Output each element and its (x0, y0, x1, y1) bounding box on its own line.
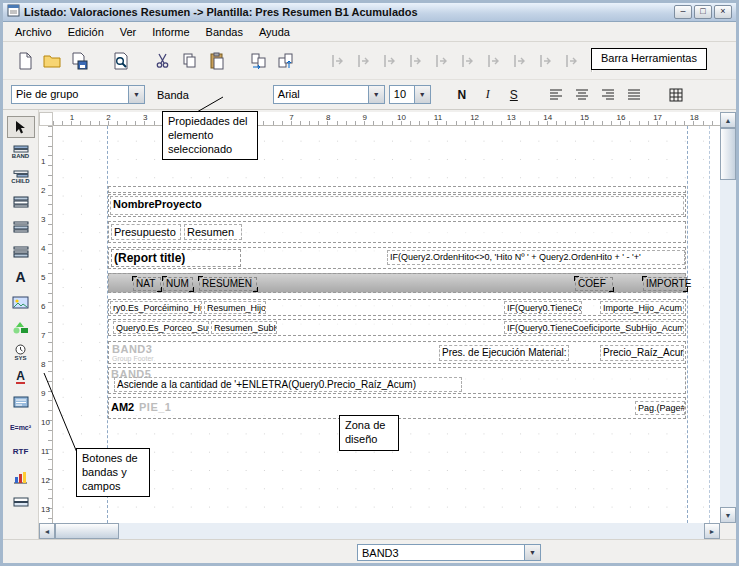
menu-ayuda[interactable]: Ayuda (251, 24, 298, 40)
current-band-combo[interactable]: BAND3 ▼ (357, 544, 541, 561)
minimize-button[interactable]: – (674, 5, 692, 19)
grid-icon[interactable] (665, 85, 687, 105)
menu-edicion[interactable]: Edición (60, 24, 112, 40)
detail-band-tool[interactable] (7, 216, 35, 238)
horizontal-scroll-thumb[interactable] (55, 523, 119, 539)
band-empty-strip[interactable] (108, 186, 686, 193)
title-bar[interactable]: Listado: Valoraciones Resumen -> Plantil… (3, 3, 736, 22)
chevron-down-icon[interactable]: ▼ (128, 86, 144, 103)
maximize-button[interactable]: □ (694, 5, 712, 19)
expression-tool-label: E=mc² (10, 424, 31, 431)
scroll-down-icon[interactable]: ▼ (720, 507, 736, 523)
paste-band-icon[interactable] (274, 49, 298, 73)
scroll-up-icon[interactable]: ▲ (720, 112, 736, 128)
field-report-title[interactable]: (Report title) (111, 249, 241, 267)
band-detail-hijo[interactable]: ry0.Es_Porcéimino_Hijo Resumen_Hijo IF(Q… (108, 299, 686, 316)
chevron-down-icon[interactable]: ▼ (368, 86, 384, 103)
chevron-down-icon[interactable]: ▼ (524, 545, 540, 560)
design-canvas[interactable]: NombreProyecto Presupuesto Resumen (Repo… (53, 126, 720, 523)
scroll-left-icon[interactable]: ◄ (39, 523, 55, 539)
field-es-porcentaje-subhijo[interactable]: Query0.Es_Porceo_SubHijo (113, 321, 209, 334)
band-detail-subhijo[interactable]: Query0.Es_Porceo_SubHijo Resumen_SubHijo… (108, 319, 686, 336)
select-cursor-tool[interactable] (7, 116, 35, 138)
header-col-nat[interactable]: NAT (133, 277, 161, 291)
italic-button[interactable]: I (477, 85, 499, 105)
field-nombre-proyecto[interactable]: NombreProyecto (110, 196, 684, 215)
copy-band-icon[interactable] (247, 49, 271, 73)
image-tool[interactable] (7, 291, 35, 313)
footer-band-tool[interactable] (7, 241, 35, 263)
menu-archivo[interactable]: Archivo (7, 24, 60, 40)
preview-icon[interactable] (109, 49, 133, 73)
band-combo[interactable]: Pie de grupo ▼ (11, 85, 145, 104)
close-button[interactable]: × (714, 5, 732, 19)
field-importe-subhijo-acum[interactable]: IF(Query0.TieneCoeficiporte_SubHijo_Acum (504, 321, 684, 334)
align-center-icon[interactable] (571, 85, 593, 105)
shapes-tool[interactable] (7, 316, 35, 338)
band-order-icon (560, 49, 584, 73)
vertical-scroll-thumb[interactable] (720, 128, 736, 180)
scroll-right-icon[interactable]: ► (704, 523, 720, 539)
menu-ver[interactable]: Ver (112, 24, 145, 40)
shape-picture-tool[interactable] (7, 391, 35, 413)
callout-botones-bandas: Botones de bandas y campos (76, 448, 150, 497)
header-col-coef[interactable]: COEF (575, 277, 613, 291)
field-asciende-texto[interactable]: Asciende a la cantidad de '+ENLETRA(Quer… (114, 377, 462, 392)
paste-icon[interactable] (205, 49, 229, 73)
band-column-header[interactable]: NAT NUM RESUMEN COEF IMPORTE (108, 273, 686, 293)
field-pres-ejecucion-label[interactable]: Pres. de Ejecución Material: (439, 345, 569, 361)
band-group-footer[interactable]: BAND3 Group Footer Pres. de Ejecución Ma… (108, 341, 686, 364)
ruler-left-number: 8 (41, 360, 45, 369)
save-report-icon[interactable] (67, 49, 91, 73)
memo-text-tool[interactable]: A (7, 366, 35, 388)
open-report-icon[interactable] (40, 49, 64, 73)
subreport-band-tool[interactable] (7, 491, 35, 513)
align-right-icon[interactable] (597, 85, 619, 105)
field-presupuesto[interactable]: Presupuesto (111, 224, 181, 240)
ruler-left-number: 13 (41, 505, 50, 514)
band-presupuesto[interactable]: Presupuesto Resumen (108, 221, 686, 243)
band-down-icon (430, 49, 454, 73)
field-hito-expression[interactable]: IF(Query2.OrdenHito<>0, 'Hito Nº ' + Que… (387, 250, 685, 265)
new-report-icon[interactable] (13, 49, 37, 73)
current-band-combo-value: BAND3 (358, 545, 524, 560)
system-field-tool[interactable]: SYS (7, 341, 35, 363)
menu-bandas[interactable]: Bandas (198, 24, 251, 40)
field-tiene-coef-hijo[interactable]: IF(Query0.TieneCoefici (504, 301, 582, 314)
horizontal-scrollbar[interactable]: ◄ ► (39, 523, 720, 539)
child-band-tool[interactable]: CHILD (7, 166, 35, 188)
header-col-num[interactable]: NUM (163, 277, 193, 291)
chart-tool[interactable] (7, 466, 35, 488)
underline-button[interactable]: S (503, 85, 525, 105)
field-precio-raiz-acum[interactable]: Precio_Raíz_Acum (600, 345, 684, 361)
chevron-down-icon[interactable]: ▼ (414, 86, 430, 103)
band-tool[interactable]: BAND (7, 141, 35, 163)
field-resumen[interactable]: Resumen (184, 224, 242, 240)
field-es-porcentaje-hijo[interactable]: ry0.Es_Porcéimino_Hijo (110, 301, 202, 314)
header-col-resumen[interactable]: RESUMEN (199, 277, 257, 291)
vertical-scrollbar[interactable]: ▲ ▼ (720, 112, 736, 523)
page-footer-name: AM2 (111, 401, 134, 413)
align-justify-icon[interactable] (623, 85, 645, 105)
expression-tool[interactable]: E=mc² (7, 416, 35, 438)
font-size-combo[interactable]: 10 ▼ (389, 85, 431, 104)
field-importe-hijo-acum[interactable]: Importe_Hijo_Acum (600, 301, 684, 314)
field-page-number[interactable]: Pag.(Page#) (635, 401, 685, 415)
align-left-icon[interactable] (545, 85, 567, 105)
horizontal-scroll-track[interactable] (119, 523, 704, 539)
menu-informe[interactable]: Informe (144, 24, 197, 40)
band-enletra[interactable]: BAND5 Asciende a la cantidad de '+ENLETR… (108, 367, 686, 394)
bold-button[interactable]: N (451, 85, 473, 105)
header-band-tool[interactable] (7, 191, 35, 213)
rtf-tool[interactable]: RTF (7, 441, 35, 463)
cut-icon[interactable] (151, 49, 175, 73)
font-combo[interactable]: Arial ▼ (273, 85, 385, 104)
band-report-title[interactable]: (Report title) IF(Query2.OrdenHito<>0, '… (108, 247, 686, 269)
band-project-name[interactable]: NombreProyecto (108, 194, 686, 217)
field-resumen-subhijo[interactable]: Resumen_SubHijo (211, 321, 277, 334)
band-insert-icon (378, 49, 402, 73)
field-resumen-hijo[interactable]: Resumen_Hijo (204, 301, 266, 314)
header-col-importe[interactable]: IMPORTE (643, 277, 687, 291)
copy-icon[interactable] (178, 49, 202, 73)
text-label-tool[interactable]: A (7, 266, 35, 288)
